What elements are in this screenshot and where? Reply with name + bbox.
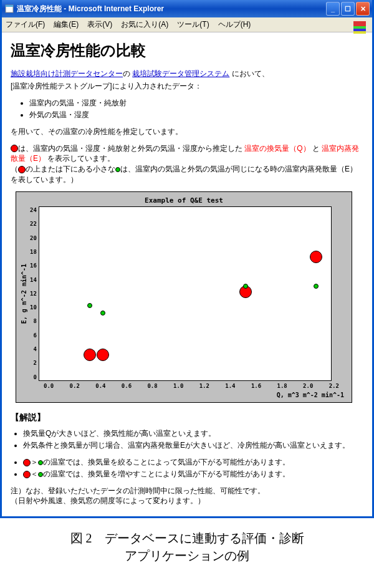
xtick: 0.4	[95, 382, 105, 390]
note-1: 注）なお、登録いただいたデータの計測時間中に限った性能、可能性です。	[11, 486, 363, 496]
red-large-point	[84, 349, 96, 361]
chart-yticks: 242220181614121086420	[30, 206, 39, 381]
figure-caption: 図 2 データベースに連動する評価・診断 アプリケーションの例	[0, 529, 374, 564]
menu-edit[interactable]: 編集(E)	[54, 19, 79, 30]
ytick: 12	[30, 290, 37, 298]
lt-sign: ＜	[31, 470, 38, 478]
green-dot-icon	[115, 167, 120, 172]
redpara-and: と	[310, 144, 322, 153]
ytick: 2	[30, 359, 37, 367]
red-large-point	[97, 349, 109, 361]
caption-line-1: 図 2 データベースに連動する評価・診断	[70, 531, 304, 545]
exp-1: 換気量Qが大きいほど、換気性能が高い温室といえます。	[23, 428, 363, 439]
red-dot-icon	[11, 145, 18, 152]
maximize-button[interactable]: ☐	[341, 2, 355, 16]
menu-favorites[interactable]: お気に入り(A)	[121, 19, 168, 30]
redpara-b: を表示しています。	[46, 154, 115, 163]
ytick: 0	[30, 374, 37, 382]
chart-ylabel: E, g m^-2 min^-1	[19, 264, 30, 324]
bullet-1: 温室内の気温・湿度・純放射	[29, 98, 363, 108]
note-2: （日射や外風速、換気窓の開度等によって変わります。）	[11, 496, 363, 506]
xtick: 1.0	[173, 382, 183, 390]
menu-view[interactable]: 表示(V)	[87, 19, 112, 30]
ytick: 14	[30, 276, 37, 284]
section-heading: 【解説】	[11, 412, 363, 424]
menubar: ファイル(F) 編集(E) 表示(V) お気に入り(A) ツール(T) ヘルプ(…	[2, 17, 372, 32]
ytick: 20	[30, 234, 37, 243]
window-title: 温室冷房性能 - Microsoft Internet Explorer	[17, 4, 326, 14]
red-paragraph: は、温室内の気温・湿度・純放射と外気の気温・湿度から推定した 温室の換気量（Q）…	[11, 143, 363, 185]
input-data-list: 温室内の気温・湿度・純放射 外気の気温・湿度	[29, 98, 363, 120]
paren-b: の上または下にある小さな	[26, 165, 115, 173]
chart-plot-area	[39, 206, 332, 381]
ie-logo-icon	[351, 19, 368, 36]
page-title: 温室冷房性能の比較	[11, 40, 363, 61]
xtick: 1.8	[277, 382, 287, 390]
chart-xticks: 0.00.20.40.60.81.01.21.41.61.82.02.2	[44, 382, 339, 390]
xtick: 2.0	[303, 382, 313, 390]
minimize-button[interactable]: _	[326, 2, 340, 16]
close-button[interactable]: ✕	[356, 2, 370, 16]
explanation-list-1: 換気量Qが大きいほど、換気性能が高い温室といえます。 外気条件と換気量が同じ場合…	[23, 428, 363, 451]
browser-window: 温室冷房性能 - Microsoft Internet Explorer _ ☐…	[0, 0, 374, 518]
exp3-text: の温室では、換気量を絞ることによって気温が下がる可能性があります。	[43, 458, 290, 466]
caption-line-2: アプリケーションの例	[125, 549, 249, 562]
ytick: 8	[30, 317, 37, 325]
redpara-a: は、温室内の気温・湿度・純放射と外気の気温・湿度から推定した	[18, 144, 244, 153]
window-controls: _ ☐ ✕	[326, 2, 370, 16]
intro-line: 施設栽培向け計測データセンターの 栽培試験データ管理システム において、	[11, 69, 363, 79]
exp-2: 外気条件と換気量が同じ場合、温室内蒸発散量Eが大きいほど、冷房性能が高い温室とい…	[23, 440, 363, 451]
green-dot-icon	[38, 460, 43, 465]
green-small-point	[243, 284, 248, 289]
link-system[interactable]: 栽培試験データ管理システム	[132, 69, 229, 78]
xtick: 1.4	[225, 382, 235, 390]
q-label: 温室の換気量（Q）	[244, 144, 310, 153]
bracket-line: [温室冷房性能テストグループ]により入力されたデータ：	[11, 81, 363, 92]
chart-xlabel: Q, m^3 m^-2 min^-1	[19, 391, 344, 400]
red-dot-icon	[23, 471, 31, 478]
menu-help[interactable]: ヘルプ(H)	[218, 19, 251, 30]
ytick: 24	[30, 206, 37, 214]
xtick: 0.6	[122, 382, 132, 390]
exp-3: ＞の温室では、換気量を絞ることによって気温が下がる可能性があります。	[23, 457, 363, 468]
red-dot-icon	[23, 459, 31, 466]
ytick: 6	[30, 332, 37, 340]
menu-tools[interactable]: ツール(T)	[177, 19, 209, 30]
exp-4: ＜の温室では、換気量を増やすことにより気温が下がる可能性があります。	[23, 469, 363, 480]
xtick: 1.6	[251, 382, 261, 390]
menu-file[interactable]: ファイル(F)	[6, 19, 45, 30]
paren-a: （	[11, 165, 18, 173]
ytick: 16	[30, 262, 37, 270]
ytick: 10	[30, 304, 37, 312]
green-small-point	[100, 311, 105, 316]
green-small-point	[314, 284, 319, 289]
svg-rect-1	[6, 5, 13, 7]
xtick: 1.2	[199, 382, 209, 390]
intro-tail: において、	[229, 69, 269, 78]
xtick: 0.8	[147, 382, 157, 390]
ytick: 4	[30, 345, 37, 354]
intro-mid: の	[123, 69, 132, 78]
green-dot-icon	[38, 472, 43, 477]
chart-title: Example of Q&E test	[19, 196, 349, 205]
bullet-2: 外気の気温・湿度	[29, 110, 363, 120]
ytick: 22	[30, 220, 37, 228]
green-small-point	[87, 303, 92, 308]
red-dot-icon	[18, 166, 26, 173]
titlebar[interactable]: 温室冷房性能 - Microsoft Internet Explorer _ ☐…	[2, 0, 372, 17]
gt-sign: ＞	[31, 458, 38, 466]
exp4-text: の温室では、換気量を増やすことにより気温が下がる可能性があります。	[43, 470, 290, 478]
page-icon	[4, 4, 14, 14]
red-large-point	[310, 251, 322, 263]
xtick: 2.2	[329, 382, 339, 390]
xtick: 0.2	[70, 382, 80, 390]
xtick: 0.0	[44, 382, 54, 390]
explanation-list-2: ＞の温室では、換気量を絞ることによって気温が下がる可能性があります。 ＜の温室で…	[23, 457, 363, 480]
para-1: を用いて、その温室の冷房性能を推定しています。	[11, 127, 363, 137]
ytick: 18	[30, 248, 37, 256]
page-content: 温室冷房性能の比較 施設栽培向け計測データセンターの 栽培試験データ管理システム…	[2, 32, 372, 516]
link-datacenter[interactable]: 施設栽培向け計測データセンター	[11, 69, 123, 78]
chart-container: Example of Q&E test E, g m^-2 min^-1 242…	[16, 191, 352, 403]
